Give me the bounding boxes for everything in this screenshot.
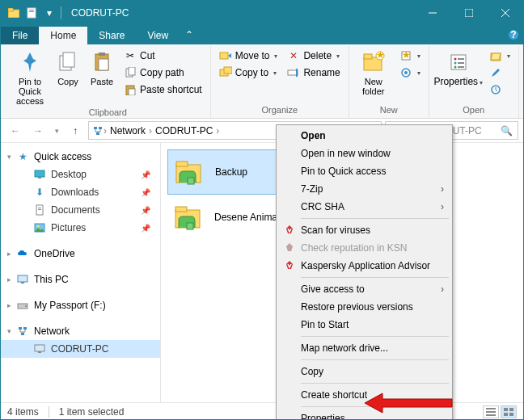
nav-onedrive[interactable]: ▸OneDrive <box>1 245 160 262</box>
pin-to-quick-access-button[interactable]: Pin to Quick access <box>11 48 49 107</box>
paste-shortcut-icon <box>124 83 137 96</box>
cut-button[interactable]: ✂Cut <box>120 48 205 64</box>
properties-button[interactable]: Properties▾ <box>434 48 483 90</box>
svg-rect-66 <box>188 178 194 184</box>
pictures-icon <box>33 221 46 234</box>
close-button[interactable] <box>487 1 523 25</box>
copy-path-button[interactable]: Copy path <box>120 65 205 81</box>
tab-file[interactable]: File <box>1 27 39 44</box>
copy-button[interactable]: Copy <box>53 48 83 88</box>
svg-rect-56 <box>21 282 24 284</box>
nav-network[interactable]: ▾Network <box>1 322 160 340</box>
svg-rect-46 <box>99 127 102 129</box>
move-to-button[interactable]: Move to▾ <box>216 48 281 64</box>
svg-rect-15 <box>99 59 108 70</box>
pin-icon: 📌 <box>141 170 150 179</box>
svg-text:?: ? <box>510 29 516 40</box>
nav-quick-access[interactable]: ▾★Quick access <box>1 148 160 166</box>
delete-button[interactable]: ✕Delete▾ <box>284 48 343 64</box>
cm-kaspersky-advisor[interactable]: Kaspersky Application Advisor <box>278 257 450 275</box>
nav-pictures[interactable]: Pictures📌 <box>1 219 160 237</box>
svg-rect-49 <box>38 177 41 178</box>
maximize-button[interactable] <box>450 1 487 25</box>
pin-icon: 📌 <box>141 188 150 197</box>
qat-dropdown-icon[interactable]: ▾ <box>43 6 56 19</box>
tab-share[interactable]: Share <box>87 27 136 44</box>
search-icon: 🔍 <box>501 125 513 136</box>
pin-icon: 📌 <box>141 206 150 215</box>
nav-my-passport[interactable]: ▸My Passport (F:) <box>1 296 160 314</box>
ribbon-tabs: File Home Share View ⌃ ? <box>1 25 523 44</box>
network-icon <box>16 325 29 338</box>
documents-icon <box>33 204 46 216</box>
group-select: Select all Select none Invert selection … <box>519 46 524 118</box>
delete-icon: ✕ <box>287 49 300 62</box>
tab-home[interactable]: Home <box>39 27 87 44</box>
cm-7zip[interactable]: 7-Zip› <box>278 180 450 198</box>
svg-point-36 <box>454 62 456 65</box>
computer-icon <box>33 342 46 355</box>
up-button[interactable]: ↑ <box>66 121 85 141</box>
view-details-button[interactable] <box>483 405 499 418</box>
cm-map-network-drive[interactable]: Map network drive... <box>278 339 450 357</box>
nav-this-pc[interactable]: ▸This PC <box>1 271 160 288</box>
qat-properties-icon[interactable] <box>25 6 38 19</box>
open-button[interactable]: ▾ <box>486 48 513 64</box>
svg-rect-48 <box>35 170 44 177</box>
history-button[interactable] <box>486 82 513 98</box>
back-button[interactable]: ← <box>6 121 25 141</box>
cm-copy[interactable]: Copy <box>278 363 450 380</box>
history-icon <box>489 83 502 96</box>
svg-rect-24 <box>296 69 298 77</box>
svg-rect-70 <box>175 207 187 212</box>
new-folder-button[interactable]: ★ New folder <box>354 48 393 98</box>
cm-pin-quick-access[interactable]: Pin to Quick access <box>278 162 450 180</box>
cm-scan-viruses[interactable]: Scan for viruses <box>278 221 450 239</box>
cm-pin-to-start[interactable]: Pin to Start <box>278 316 450 334</box>
easy-access-icon <box>399 66 412 79</box>
easy-access-button[interactable]: ▾ <box>396 65 424 81</box>
minimize-button[interactable] <box>414 1 450 25</box>
forward-button[interactable]: → <box>28 121 48 141</box>
cm-open-new-window[interactable]: Open in new window <box>278 145 450 162</box>
svg-rect-63 <box>38 351 41 353</box>
crumb-network[interactable]: Network <box>107 125 149 136</box>
nav-desktop[interactable]: Desktop📌 <box>1 166 160 183</box>
edit-button[interactable] <box>486 65 513 81</box>
nav-codrut-pc[interactable]: CODRUT-PC <box>1 340 160 358</box>
cm-crc-sha[interactable]: CRC SHA› <box>278 198 450 216</box>
recent-locations-button[interactable]: ▾ <box>51 121 62 141</box>
desktop-icon <box>33 168 46 181</box>
copy-to-button[interactable]: Copy to▾ <box>216 65 281 81</box>
cm-restore-previous[interactable]: Restore previous versions <box>278 298 450 316</box>
crumb-current[interactable]: CODRUT-PC <box>152 125 216 136</box>
properties-icon <box>446 49 471 75</box>
ribbon-collapse-button[interactable]: ⌃ <box>180 25 199 44</box>
nav-documents[interactable]: Documents📌 <box>1 201 160 219</box>
svg-rect-73 <box>486 411 496 413</box>
svg-rect-4 <box>29 11 34 12</box>
svg-rect-61 <box>21 333 24 335</box>
move-to-icon <box>219 49 232 62</box>
cm-open[interactable]: Open <box>278 127 450 145</box>
paste-shortcut-button[interactable]: Paste shortcut <box>120 82 205 98</box>
paste-button[interactable]: Paste <box>87 48 117 88</box>
tab-view[interactable]: View <box>136 27 180 44</box>
svg-rect-51 <box>38 208 41 208</box>
copy-path-icon <box>124 66 137 79</box>
copy-icon <box>55 49 81 75</box>
cm-check-ksn: Check reputation in KSN <box>278 239 450 257</box>
svg-rect-75 <box>504 408 508 411</box>
svg-rect-72 <box>486 408 496 410</box>
nav-downloads[interactable]: ⬇Downloads📌 <box>1 183 160 201</box>
rename-button[interactable]: Rename <box>284 65 343 81</box>
group-organize: Move to▾ Copy to▾ ✕Delete▾ Rename Organi… <box>211 46 349 118</box>
new-item-button[interactable]: ★▾ <box>396 48 424 64</box>
svg-rect-59 <box>19 327 22 330</box>
cm-give-access-to[interactable]: Give access to› <box>278 280 450 298</box>
kaspersky-icon <box>283 224 296 237</box>
share-folder-icon <box>173 155 207 189</box>
svg-point-38 <box>454 66 456 69</box>
view-icons-button[interactable] <box>501 405 517 418</box>
help-button[interactable]: ? <box>504 25 523 44</box>
